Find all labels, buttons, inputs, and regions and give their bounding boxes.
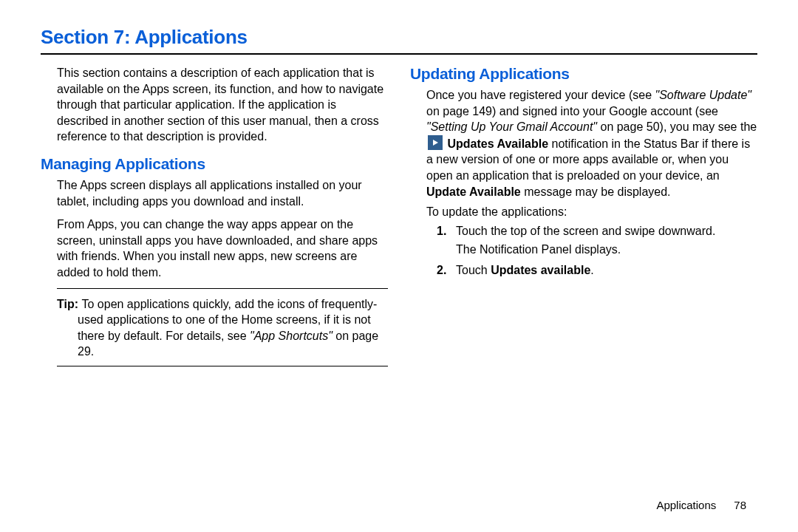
seg1: Once you have registered your device (se…	[426, 89, 655, 101]
managing-p1: The Apps screen displays all application…	[57, 177, 388, 209]
ref-gmail-account: "Setting Up Your Gmail Account"	[426, 120, 597, 133]
tip-text-head: To open applications quickly, add the ic…	[81, 298, 377, 310]
footer-chapter: Applications	[656, 499, 716, 511]
step-1-text: Touch the top of the screen and swipe do…	[456, 225, 715, 237]
tip-text-body: used applications to one of the Home scr…	[57, 312, 388, 360]
section-title: Section 7: Applications	[41, 26, 757, 49]
step-1: 1. Touch the top of the screen and swipe…	[437, 223, 757, 258]
tip-label: Tip:	[57, 298, 81, 310]
managing-p2: From Apps, you can change the way apps a…	[57, 216, 388, 280]
two-column-layout: This section contains a description of e…	[41, 65, 757, 371]
svg-marker-0	[433, 140, 438, 146]
updating-paragraph: Once you have registered your device (se…	[426, 87, 757, 200]
page-footer: Applications78	[656, 499, 746, 511]
bold-update-available: Update Available	[426, 185, 521, 198]
tip-rule-top	[57, 288, 388, 289]
step-1-subtext: The Notification Panel displays.	[456, 242, 757, 258]
right-column: Updating Applications Once you have regi…	[410, 65, 757, 371]
section-intro: This section contains a description of e…	[57, 65, 388, 145]
seg2: on page 149) and signed into your Google…	[426, 105, 718, 117]
seg3: on page 50), you may see the	[597, 120, 757, 133]
ref-software-update: "Software Update"	[655, 89, 752, 101]
title-rule	[41, 53, 757, 55]
update-steps: 1. Touch the top of the screen and swipe…	[437, 223, 757, 279]
tip-block: Tip: To open applications quickly, add t…	[57, 293, 388, 363]
step-2-number: 2.	[437, 262, 446, 279]
play-store-icon	[428, 135, 443, 150]
heading-managing-applications: Managing Applications	[41, 155, 388, 173]
step-2: 2. Touch Updates available.	[437, 262, 757, 279]
heading-updating-applications: Updating Applications	[410, 65, 757, 83]
bold-updates-available: Updates Available	[447, 137, 548, 150]
step-2-post: .	[590, 264, 593, 276]
tip-rule-bottom	[57, 366, 388, 366]
step-2-bold: Updates available	[491, 264, 590, 276]
to-update-label: To update the applications:	[426, 204, 757, 220]
left-column: This section contains a description of e…	[41, 65, 388, 371]
seg5: message may be displayed.	[521, 185, 671, 198]
footer-page-number: 78	[734, 499, 746, 511]
step-2-pre: Touch	[456, 264, 491, 276]
tip-ref: "App Shortcuts"	[250, 330, 332, 342]
step-1-number: 1.	[437, 223, 446, 239]
